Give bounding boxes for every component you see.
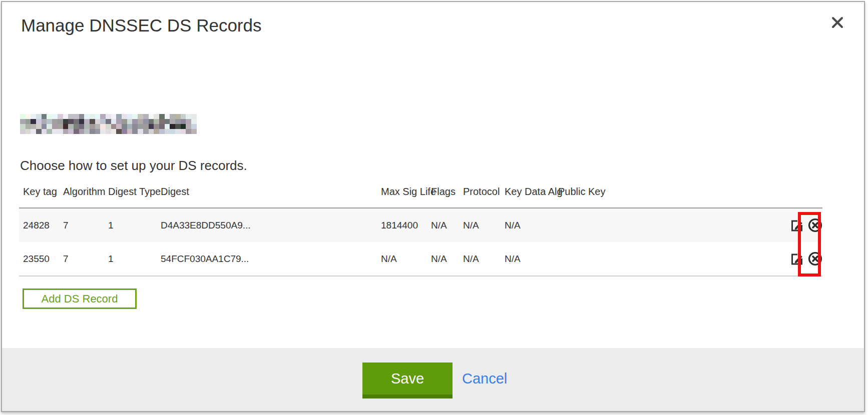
edit-record-button[interactable]: [790, 252, 803, 266]
redacted-pixel: [170, 114, 175, 119]
redacted-pixel: [90, 114, 95, 119]
redacted-pixel: [36, 114, 42, 119]
redacted-pixel: [186, 129, 191, 134]
redacted-pixel: [175, 119, 181, 124]
table-row: 24828 7 1 D4A33E8DD550A9... 1814400 N/A …: [19, 208, 822, 242]
redacted-pixel: [116, 114, 122, 119]
save-button[interactable]: Save: [362, 362, 453, 398]
redacted-pixel: [149, 114, 154, 119]
redacted-pixel: [165, 114, 170, 119]
cell-protocol: N/A: [459, 208, 501, 242]
ds-records-table: Key tag Algorithm Digest Type Digest Max…: [19, 183, 822, 276]
redacted-pixel: [42, 129, 47, 134]
redacted-pixel: [52, 119, 58, 124]
column-header-public-key: Public Key: [554, 183, 767, 208]
instruction-text: Choose how to set up your DS records.: [20, 158, 247, 173]
redacted-pixel: [191, 114, 197, 119]
redacted-pixel: [74, 119, 79, 124]
redacted-pixel: [36, 124, 42, 129]
redacted-pixel: [31, 124, 36, 129]
redacted-pixel: [127, 124, 133, 129]
redacted-pixel: [122, 124, 127, 129]
edit-pencil-icon: [790, 252, 803, 266]
cell-actions: [767, 242, 822, 276]
redacted-pixel: [159, 114, 165, 119]
redacted-pixel: [100, 114, 106, 119]
cell-flags: N/A: [427, 208, 459, 242]
redacted-pixel: [170, 124, 175, 129]
redacted-pixel: [74, 124, 79, 129]
redacted-pixel: [52, 129, 58, 134]
dialog-footer: Save Cancel: [2, 348, 864, 411]
redacted-pixel: [68, 114, 74, 119]
redacted-pixel: [90, 124, 95, 129]
redacted-pixel: [95, 114, 101, 119]
cell-digest-type: 1: [104, 242, 157, 276]
redacted-pixel: [90, 119, 95, 124]
column-header-key-tag: Key tag: [19, 183, 59, 208]
redacted-pixel: [31, 119, 36, 124]
redacted-pixel: [26, 124, 31, 129]
redacted-pixel: [68, 129, 74, 134]
close-icon: [831, 16, 844, 29]
redacted-pixel: [111, 114, 117, 119]
redacted-pixel: [95, 124, 101, 129]
close-button[interactable]: [828, 13, 847, 32]
redacted-pixel: [100, 129, 106, 134]
add-ds-record-button[interactable]: Add DS Record: [23, 288, 137, 309]
redacted-pixel: [31, 129, 36, 134]
cell-max-sig-life: 1814400: [377, 208, 427, 242]
redacted-pixel: [165, 129, 170, 134]
redacted-pixel: [116, 119, 122, 124]
manage-dnssec-ds-records-dialog: Manage DNSSEC DS Records Choose how to s…: [1, 1, 865, 412]
redacted-pixel: [154, 114, 159, 119]
cancel-link[interactable]: Cancel: [462, 370, 507, 387]
delete-x-circle-icon: [808, 252, 822, 266]
delete-record-button[interactable]: [808, 252, 822, 266]
redacted-pixel: [52, 114, 58, 119]
column-header-algorithm: Algorithm: [59, 183, 104, 208]
redacted-pixel: [20, 119, 26, 124]
redacted-pixel: [26, 114, 31, 119]
cell-key-data-alg: N/A: [501, 242, 554, 276]
redacted-pixel: [74, 114, 79, 119]
redacted-pixel: [26, 119, 31, 124]
redacted-pixel: [106, 129, 111, 134]
redacted-pixel: [154, 119, 159, 124]
redacted-pixel: [175, 129, 181, 134]
delete-x-circle-icon: [808, 218, 822, 232]
redacted-pixel: [138, 119, 143, 124]
redacted-pixel: [63, 119, 69, 124]
redacted-pixel: [95, 119, 101, 124]
cell-flags: N/A: [427, 242, 459, 276]
redacted-pixel: [100, 124, 106, 129]
redacted-pixel: [47, 114, 52, 119]
redacted-pixel: [191, 129, 197, 134]
cell-max-sig-life: N/A: [377, 242, 427, 276]
edit-record-button[interactable]: [790, 219, 803, 232]
cell-digest-type: 1: [104, 208, 157, 242]
delete-record-button[interactable]: [808, 218, 822, 232]
redacted-pixel: [79, 124, 85, 129]
cell-digest: D4A33E8DD550A9...: [157, 208, 377, 242]
cell-digest: 54FCF030AA1C79...: [157, 242, 377, 276]
redacted-pixel: [165, 119, 170, 124]
redacted-pixel: [116, 124, 122, 129]
redacted-pixel: [111, 124, 117, 129]
redacted-pixel: [31, 114, 36, 119]
redacted-pixel: [175, 124, 181, 129]
redacted-pixel: [47, 119, 52, 124]
redacted-pixel: [116, 129, 122, 134]
redacted-pixel: [170, 129, 175, 134]
redacted-pixel: [181, 114, 186, 119]
cell-key-tag: 23550: [19, 242, 59, 276]
redacted-pixel: [52, 124, 58, 129]
redacted-pixel: [143, 129, 149, 134]
redacted-pixel: [165, 124, 170, 129]
redacted-pixel: [159, 119, 165, 124]
redacted-pixel: [138, 129, 143, 134]
redacted-pixel: [132, 114, 138, 119]
column-header-flags: Flags: [427, 183, 459, 208]
redacted-pixel: [170, 119, 175, 124]
redacted-pixel: [154, 124, 159, 129]
